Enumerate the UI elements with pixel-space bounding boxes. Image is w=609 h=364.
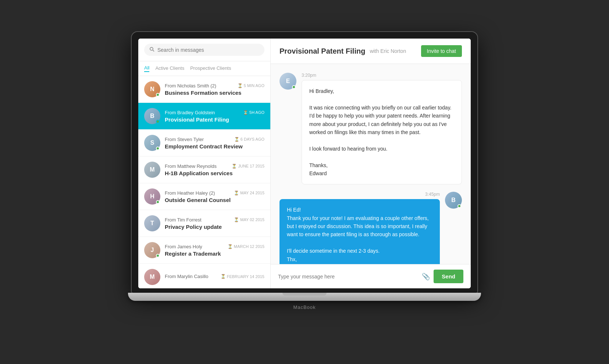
sender-name: From Matthew Reynolds [165,163,217,169]
chat-panel: Provisional Patent Filing with Eric Nort… [271,39,471,288]
avatar-wrapper: T [144,215,160,231]
filter-active[interactable]: Active Clients [155,65,184,72]
svg-point-0 [150,47,153,50]
timestamp: ⏳ 5H AGO [243,110,264,115]
timestamp: ⏳ MARCH 12 2015 [228,244,264,249]
sender-name: From Steven Tyler [165,137,204,142]
sidebar: All Active Clients Prospective Clients N [138,39,271,288]
online-indicator [156,254,160,257]
clock-icon: ⏳ [221,274,226,279]
subject: H-1B Application services [165,170,264,176]
avatar: B [445,192,462,209]
message-header: From James Holy ⏳ MARCH 12 2015 [165,244,264,249]
message-bubble-outgoing: Hi Ed! Thank you for your note! I am eva… [279,199,440,264]
avatar-wrapper: M [144,269,160,285]
chat-messages: E 3:20pm Hi Bradley, It was nice connect… [271,64,471,264]
subject: Register a Trademark [165,251,264,257]
invite-to-chat-button[interactable]: Invite to chat [421,45,462,57]
chat-with: with Eric Norton [370,48,406,54]
subject: Provisional Patent Filing [165,116,264,123]
online-indicator [156,93,160,97]
laptop-label: MacBook [132,304,477,310]
chat-message-row: E 3:20pm Hi Bradley, It was nice connect… [279,73,462,184]
list-item[interactable]: S From Steven Tyler ⏳ 6 DAYS AGO [138,130,270,156]
avatar-wrapper: H [144,188,160,205]
online-indicator [156,147,160,150]
sender-name: From Bradley Goldstein [165,110,215,115]
message-header: From Heather Haley (2) ⏳ MAY 24 2015 [165,190,264,196]
subject: Outside General Counsel [165,197,264,203]
search-input[interactable] [157,47,259,53]
avatar-wrapper: J [144,242,160,258]
sender-name: From James Holy [165,244,202,249]
app-container: All Active Clients Prospective Clients N [138,39,471,288]
message-header: From Tim Forrest ⏳ MAY 02 2015 [165,217,264,223]
avatar-wrapper: B [144,108,160,124]
timestamp: ⏳ MAY 24 2015 [234,191,264,195]
filter-tabs: All Active Clients Prospective Clients [138,61,270,76]
chat-header: Provisional Patent Filing with Eric Nort… [271,39,471,64]
sender-name: From Nicholas Smith (2) [165,83,216,89]
message-header: From Bradley Goldstein ⏳ 5H AGO [165,110,264,115]
online-indicator [292,85,296,89]
list-item[interactable]: J From James Holy ⏳ MARCH 12 2015 [138,237,270,264]
list-item[interactable]: T From Tim Forrest ⏳ MAY 02 2015 [138,210,270,237]
avatar: M [144,269,160,285]
sender-name: From Marylin Casillo [165,274,208,279]
message-content: From Steven Tyler ⏳ 6 DAYS AGO Employmen… [165,137,264,149]
avatar-wrapper: N [144,81,160,97]
clock-icon: ⏳ [234,137,239,142]
subject: Employment Contract Review [165,143,264,149]
laptop-base [128,293,481,301]
clock-icon: ⏳ [232,164,237,169]
avatar: T [144,215,160,231]
sender-name: From Heather Haley (2) [165,190,215,196]
sender-name: From Tim Forrest [165,217,202,223]
clock-icon: ⏳ [243,110,248,115]
message-content: From James Holy ⏳ MARCH 12 2015 Register… [165,244,264,257]
avatar: E [279,73,296,90]
chat-title: Provisional Patent Filing [279,47,365,55]
online-indicator [156,120,160,123]
search-input-wrapper[interactable] [144,44,264,56]
search-bar [138,39,270,61]
clock-icon: ⏳ [234,191,239,195]
message-time: 3:45pm [425,192,440,197]
message-header: From Marylin Casillo ⏳ FEBRUARY 14 2015 [165,274,264,279]
list-item[interactable]: B From Bradley Goldstein ⏳ 5H AGO [138,103,270,130]
message-header: From Steven Tyler ⏳ 6 DAYS AGO [165,137,264,142]
search-icon [149,47,154,53]
message-content: From Heather Haley (2) ⏳ MAY 24 2015 Out… [165,190,264,203]
chat-input-area: 📎 Send [271,264,471,288]
subject: Business Formation services [165,90,264,96]
send-button[interactable]: Send [434,270,463,283]
message-input[interactable] [278,274,418,280]
svg-line-1 [153,50,154,52]
list-item[interactable]: M From Marylin Casillo ⏳ FEBRUARY 14 201… [138,264,270,288]
message-list: N From Nicholas Smith (2) ⏳ 5 MIN AGO [138,76,270,288]
online-indicator [457,204,461,208]
avatar: M [144,162,160,178]
clock-icon: ⏳ [238,83,243,88]
message-bubble-wrapper: 3:45pm Hi Ed! Thank you for your note! I… [279,192,440,264]
avatar-wrapper: M [144,162,160,178]
filter-prospective[interactable]: Prospective Clients [190,65,231,72]
message-bubble: Hi Bradley, It was nice connecting with … [302,80,462,184]
list-item[interactable]: H From Heather Haley (2) ⏳ MAY 24 2015 [138,183,270,210]
online-indicator [156,200,160,204]
timestamp: ⏳ FEBRUARY 14 2015 [221,274,264,279]
message-content: From Matthew Reynolds ⏳ JUNE 17 2015 H-1… [165,163,264,176]
message-content: From Bradley Goldstein ⏳ 5H AGO Provisio… [165,110,264,123]
message-bubble-wrapper: 3:20pm Hi Bradley, It was nice connectin… [302,73,462,184]
list-item[interactable]: N From Nicholas Smith (2) ⏳ 5 MIN AGO [138,76,270,103]
filter-all[interactable]: All [144,64,149,72]
message-content: From Marylin Casillo ⏳ FEBRUARY 14 2015 [165,274,264,280]
list-item[interactable]: M From Matthew Reynolds ⏳ JUNE 17 2015 [138,156,270,183]
timestamp: ⏳ 5 MIN AGO [238,83,264,88]
timestamp: ⏳ MAY 02 2015 [234,217,264,222]
avatar-wrapper: S [144,135,160,151]
attachment-icon[interactable]: 📎 [422,273,430,281]
timestamp: ⏳ 6 DAYS AGO [234,137,264,142]
message-content: From Tim Forrest ⏳ MAY 02 2015 Privacy P… [165,217,264,230]
subject: Privacy Policy update [165,224,264,230]
